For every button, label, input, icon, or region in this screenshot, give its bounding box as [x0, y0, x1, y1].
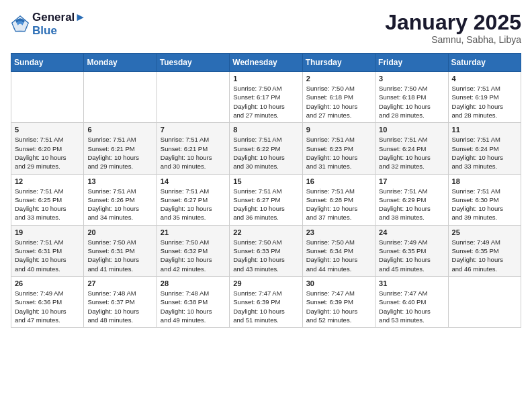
- calendar-cell: 19Sunrise: 7:51 AMSunset: 6:31 PMDayligh…: [11, 225, 84, 276]
- calendar-cell: 23Sunrise: 7:50 AMSunset: 6:34 PMDayligh…: [302, 225, 375, 276]
- calendar-cell: 8Sunrise: 7:51 AMSunset: 6:22 PMDaylight…: [230, 123, 302, 174]
- day-number: 28: [161, 279, 226, 287]
- day-number: 27: [87, 279, 152, 287]
- calendar-day-header: Thursday: [302, 54, 375, 72]
- day-number: 9: [306, 126, 371, 134]
- calendar-day-header: Monday: [84, 54, 157, 72]
- cell-content: Sunrise: 7:50 AMSunset: 6:18 PMDaylight:…: [379, 84, 444, 120]
- cell-content: Sunrise: 7:51 AMSunset: 6:28 PMDaylight:…: [306, 187, 371, 222]
- calendar-cell: 5Sunrise: 7:51 AMSunset: 6:20 PMDaylight…: [11, 123, 84, 174]
- calendar-cell: [84, 72, 157, 123]
- cell-content: Sunrise: 7:50 AMSunset: 6:33 PMDaylight:…: [233, 238, 298, 273]
- cell-content: Sunrise: 7:50 AMSunset: 6:32 PMDaylight:…: [161, 238, 226, 273]
- day-number: 11: [452, 126, 517, 134]
- calendar-cell: 11Sunrise: 7:51 AMSunset: 6:24 PMDayligh…: [448, 123, 521, 174]
- day-number: 18: [452, 177, 517, 185]
- logo-icon: [11, 15, 30, 34]
- calendar-day-header: Sunday: [11, 54, 84, 72]
- calendar-cell: 3Sunrise: 7:50 AMSunset: 6:18 PMDaylight…: [375, 72, 448, 123]
- cell-content: Sunrise: 7:50 AMSunset: 6:18 PMDaylight:…: [306, 84, 371, 120]
- calendar-cell: 22Sunrise: 7:50 AMSunset: 6:33 PMDayligh…: [230, 225, 302, 276]
- day-number: 15: [233, 177, 298, 185]
- day-number: 21: [161, 228, 226, 236]
- calendar-cell: 31Sunrise: 7:47 AMSunset: 6:40 PMDayligh…: [375, 276, 448, 327]
- calendar-week-row: 12Sunrise: 7:51 AMSunset: 6:25 PMDayligh…: [11, 174, 521, 225]
- day-number: 4: [452, 75, 517, 83]
- calendar-week-row: 5Sunrise: 7:51 AMSunset: 6:20 PMDaylight…: [11, 123, 521, 174]
- calendar-cell: 20Sunrise: 7:50 AMSunset: 6:31 PMDayligh…: [84, 225, 157, 276]
- cell-content: Sunrise: 7:47 AMSunset: 6:39 PMDaylight:…: [233, 289, 298, 324]
- cell-content: Sunrise: 7:50 AMSunset: 6:31 PMDaylight:…: [87, 238, 152, 273]
- calendar-cell: 10Sunrise: 7:51 AMSunset: 6:24 PMDayligh…: [375, 123, 448, 174]
- cell-content: Sunrise: 7:51 AMSunset: 6:24 PMDaylight:…: [379, 135, 444, 171]
- logo-text: General► Blue: [32, 11, 86, 38]
- cell-content: Sunrise: 7:51 AMSunset: 6:23 PMDaylight:…: [306, 135, 371, 171]
- day-number: 25: [452, 228, 517, 236]
- cell-content: Sunrise: 7:49 AMSunset: 6:35 PMDaylight:…: [379, 238, 444, 273]
- cell-content: Sunrise: 7:47 AMSunset: 6:39 PMDaylight:…: [306, 289, 371, 324]
- day-number: 8: [233, 126, 298, 134]
- cell-content: Sunrise: 7:51 AMSunset: 6:25 PMDaylight:…: [15, 187, 80, 222]
- cell-content: Sunrise: 7:51 AMSunset: 6:30 PMDaylight:…: [452, 187, 517, 222]
- day-number: 6: [87, 126, 152, 134]
- day-number: 14: [161, 177, 226, 185]
- calendar-cell: 15Sunrise: 7:51 AMSunset: 6:27 PMDayligh…: [230, 174, 302, 225]
- day-number: 16: [306, 177, 371, 185]
- calendar-cell: 7Sunrise: 7:51 AMSunset: 6:21 PMDaylight…: [157, 123, 229, 174]
- cell-content: Sunrise: 7:51 AMSunset: 6:31 PMDaylight:…: [15, 238, 80, 273]
- calendar-cell: 16Sunrise: 7:51 AMSunset: 6:28 PMDayligh…: [302, 174, 375, 225]
- calendar-table: SundayMondayTuesdayWednesdayThursdayFrid…: [11, 53, 521, 328]
- cell-content: Sunrise: 7:47 AMSunset: 6:40 PMDaylight:…: [379, 289, 444, 324]
- calendar-cell: 17Sunrise: 7:51 AMSunset: 6:29 PMDayligh…: [375, 174, 448, 225]
- calendar-cell: 4Sunrise: 7:51 AMSunset: 6:19 PMDaylight…: [448, 72, 521, 123]
- calendar-cell: 30Sunrise: 7:47 AMSunset: 6:39 PMDayligh…: [302, 276, 375, 327]
- day-number: 20: [87, 228, 152, 236]
- cell-content: Sunrise: 7:51 AMSunset: 6:27 PMDaylight:…: [161, 187, 226, 222]
- day-number: 31: [379, 279, 444, 287]
- day-number: 12: [15, 177, 80, 185]
- calendar-week-row: 1Sunrise: 7:50 AMSunset: 6:17 PMDaylight…: [11, 72, 521, 123]
- cell-content: Sunrise: 7:51 AMSunset: 6:19 PMDaylight:…: [452, 84, 517, 120]
- calendar-cell: 29Sunrise: 7:47 AMSunset: 6:39 PMDayligh…: [230, 276, 302, 327]
- calendar-cell: [448, 276, 521, 327]
- calendar-cell: 26Sunrise: 7:49 AMSunset: 6:36 PMDayligh…: [11, 276, 84, 327]
- day-number: 10: [379, 126, 444, 134]
- calendar-cell: 27Sunrise: 7:48 AMSunset: 6:37 PMDayligh…: [84, 276, 157, 327]
- calendar-day-header: Friday: [375, 54, 448, 72]
- calendar-cell: [157, 72, 229, 123]
- cell-content: Sunrise: 7:51 AMSunset: 6:21 PMDaylight:…: [87, 135, 152, 171]
- cell-content: Sunrise: 7:50 AMSunset: 6:17 PMDaylight:…: [233, 84, 298, 120]
- calendar-cell: 21Sunrise: 7:50 AMSunset: 6:32 PMDayligh…: [157, 225, 229, 276]
- calendar-day-header: Saturday: [448, 54, 521, 72]
- cell-content: Sunrise: 7:49 AMSunset: 6:35 PMDaylight:…: [452, 238, 517, 273]
- cell-content: Sunrise: 7:51 AMSunset: 6:24 PMDaylight:…: [452, 135, 517, 171]
- calendar-cell: 1Sunrise: 7:50 AMSunset: 6:17 PMDaylight…: [230, 72, 302, 123]
- day-number: 22: [233, 228, 298, 236]
- calendar-week-row: 26Sunrise: 7:49 AMSunset: 6:36 PMDayligh…: [11, 276, 521, 327]
- day-number: 30: [306, 279, 371, 287]
- day-number: 3: [379, 75, 444, 83]
- cell-content: Sunrise: 7:51 AMSunset: 6:27 PMDaylight:…: [233, 187, 298, 222]
- cell-content: Sunrise: 7:51 AMSunset: 6:21 PMDaylight:…: [161, 135, 226, 171]
- cell-content: Sunrise: 7:51 AMSunset: 6:26 PMDaylight:…: [87, 187, 152, 222]
- cell-content: Sunrise: 7:51 AMSunset: 6:29 PMDaylight:…: [379, 187, 444, 222]
- calendar-cell: 14Sunrise: 7:51 AMSunset: 6:27 PMDayligh…: [157, 174, 229, 225]
- calendar-cell: 2Sunrise: 7:50 AMSunset: 6:18 PMDaylight…: [302, 72, 375, 123]
- day-number: 26: [15, 279, 80, 287]
- day-number: 5: [15, 126, 80, 134]
- calendar-cell: 6Sunrise: 7:51 AMSunset: 6:21 PMDaylight…: [84, 123, 157, 174]
- calendar-cell: 28Sunrise: 7:48 AMSunset: 6:38 PMDayligh…: [157, 276, 229, 327]
- cell-content: Sunrise: 7:50 AMSunset: 6:34 PMDaylight:…: [306, 238, 371, 273]
- day-number: 23: [306, 228, 371, 236]
- day-number: 24: [379, 228, 444, 236]
- day-number: 29: [233, 279, 298, 287]
- cell-content: Sunrise: 7:48 AMSunset: 6:38 PMDaylight:…: [161, 289, 226, 324]
- location-subtitle: Samnu, Sabha, Libya: [385, 34, 521, 45]
- calendar-day-header: Wednesday: [230, 54, 302, 72]
- cell-content: Sunrise: 7:49 AMSunset: 6:36 PMDaylight:…: [15, 289, 80, 324]
- calendar-cell: [11, 72, 84, 123]
- cell-content: Sunrise: 7:51 AMSunset: 6:22 PMDaylight:…: [233, 135, 298, 171]
- day-number: 7: [161, 126, 226, 134]
- month-title: January 2025: [385, 11, 521, 34]
- title-area: January 2025 Samnu, Sabha, Libya: [385, 11, 521, 45]
